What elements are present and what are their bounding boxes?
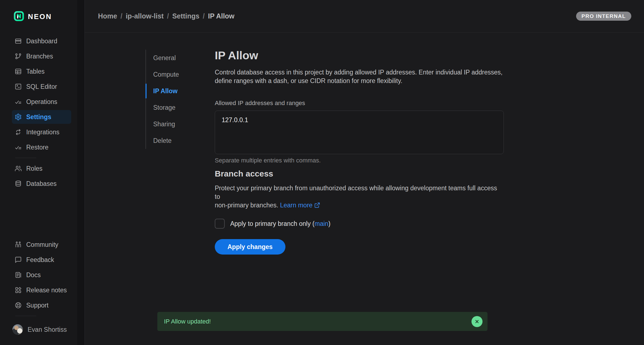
sidebar-item-branches[interactable]: Branches (12, 49, 71, 63)
neon-logo-icon (14, 11, 24, 22)
breadcrumb-settings[interactable]: Settings (172, 12, 200, 20)
sidebar-item-label: Databases (26, 180, 57, 188)
checklist-icon (15, 98, 22, 105)
user-name: Evan Shortiss (28, 326, 67, 333)
branch-access-title: Branch access (215, 169, 504, 178)
allowed-ips-label: Allowed IP addresses and ranges (215, 100, 504, 107)
breadcrumb-current: IP Allow (208, 12, 234, 20)
sidebar-nav: Dashboard Branches Tables SQL Editor Ope… (0, 34, 84, 192)
sidebar-item-support[interactable]: Support (12, 298, 71, 312)
sidebar-item-sql-editor[interactable]: SQL Editor (12, 80, 71, 93)
sidebar-item-label: Branches (26, 53, 53, 60)
breadcrumb-separator: / (167, 12, 169, 20)
apply-changes-button[interactable]: Apply changes (215, 239, 285, 255)
sidebar-item-label: Roles (26, 165, 43, 172)
breadcrumb-home[interactable]: Home (98, 12, 117, 20)
dashboard-icon (15, 38, 22, 45)
primary-branch-label[interactable]: Apply to primary branch only (main) (230, 220, 330, 228)
breadcrumb-project[interactable]: ip-allow-list (126, 12, 164, 20)
top-bar: Home / ip-allow-list / Settings / IP All… (85, 0, 644, 33)
checkbox-label-suffix: ) (328, 220, 330, 227)
sidebar-item-label: Docs (26, 271, 41, 279)
sidebar-item-community[interactable]: Community (12, 238, 71, 252)
table-icon (15, 68, 22, 75)
settings-tab-storage[interactable]: Storage (146, 99, 215, 116)
brand-logo[interactable]: NEON (0, 0, 84, 22)
avatar (12, 324, 23, 335)
sidebar-item-label: Community (26, 241, 58, 248)
allowed-ips-helper: Separate multiple entries with commas. (215, 157, 504, 164)
sidebar-item-release-notes[interactable]: Release notes (12, 283, 71, 297)
sidebar-item-settings[interactable]: Settings (12, 110, 71, 124)
primary-branch-checkbox[interactable] (215, 219, 225, 229)
sidebar-divider (15, 158, 36, 158)
community-icon (15, 241, 22, 248)
sidebar-item-tables[interactable]: Tables (12, 65, 71, 78)
branch-access-text: Protect your primary branch from unautho… (215, 184, 497, 209)
checkbox-label-prefix: Apply to primary branch only ( (230, 220, 315, 227)
sidebar-item-label: Restore (26, 144, 49, 151)
breadcrumb-separator: / (120, 12, 122, 20)
document-icon (15, 271, 22, 279)
sidebar-item-label: Integrations (26, 129, 59, 136)
breadcrumb-separator: / (203, 12, 205, 20)
settings-content: General Compute IP Allow Storage Sharing… (85, 33, 644, 345)
learn-more-link[interactable]: Learn more (280, 202, 313, 209)
sidebar-item-databases[interactable]: Databases (12, 177, 71, 191)
sidebar-footer: Community Feedback Docs Release notes Su… (0, 238, 84, 345)
brand-name: NEON (28, 12, 52, 21)
release-notes-icon (15, 287, 22, 294)
settings-tab-compute[interactable]: Compute (146, 66, 215, 83)
sidebar: NEON Dashboard Branches Tables SQL Edito… (0, 0, 85, 345)
sidebar-item-roles[interactable]: Roles (12, 162, 71, 175)
app-window: NEON Dashboard Branches Tables SQL Edito… (0, 0, 644, 345)
speech-bubble-icon (15, 256, 22, 263)
primary-branch-row: Apply to primary branch only (main) (215, 219, 504, 229)
sidebar-item-label: Dashboard (26, 38, 57, 45)
sidebar-item-label: Release notes (26, 287, 67, 294)
sidebar-item-label: Tables (26, 68, 44, 75)
pro-internal-badge: PRO INTERNAL (576, 12, 632, 21)
sidebar-item-feedback[interactable]: Feedback (12, 253, 71, 267)
settings-subnav: General Compute IP Allow Storage Sharing… (145, 33, 215, 345)
main-branch-link[interactable]: main (315, 220, 328, 227)
settings-tab-ip-allow[interactable]: IP Allow (146, 83, 215, 99)
restore-icon (15, 144, 22, 151)
sidebar-item-dashboard[interactable]: Dashboard (12, 34, 71, 48)
branch-access-description: Protect your primary branch from unautho… (215, 184, 504, 210)
settings-tab-delete[interactable]: Delete (146, 132, 215, 149)
integrations-icon (15, 129, 22, 136)
allowed-ips-input[interactable]: 127.0.0.1 (215, 111, 504, 154)
terminal-icon (15, 83, 22, 90)
sidebar-item-label: Settings (26, 113, 51, 121)
sidebar-item-operations[interactable]: Operations (12, 95, 71, 109)
sidebar-item-label: Support (26, 302, 49, 309)
sidebar-item-label: SQL Editor (26, 83, 57, 90)
sidebar-item-label: Operations (26, 98, 57, 106)
sidebar-item-docs[interactable]: Docs (12, 268, 71, 282)
user-menu[interactable]: Evan Shortiss (12, 323, 84, 336)
toast-close-button[interactable] (471, 316, 483, 327)
close-icon (475, 319, 479, 324)
gear-icon (15, 113, 22, 121)
life-buoy-icon (15, 302, 22, 309)
main-area: Home / ip-allow-list / Settings / IP All… (85, 0, 644, 345)
settings-tab-general[interactable]: General (146, 50, 215, 66)
toast-message: IP Allow updated! (164, 318, 211, 325)
page-title: IP Allow (215, 49, 504, 62)
users-icon (15, 165, 22, 172)
ip-allow-panel: IP Allow Control database access in this… (215, 33, 504, 345)
git-branch-icon (15, 53, 22, 60)
breadcrumb: Home / ip-allow-list / Settings / IP All… (98, 12, 234, 20)
page-description: Control database access in this project … (215, 68, 504, 85)
database-icon (15, 180, 22, 187)
sidebar-item-label: Feedback (26, 256, 54, 264)
toast-notification: IP Allow updated! (157, 312, 487, 331)
sidebar-item-integrations[interactable]: Integrations (12, 125, 71, 139)
sidebar-divider (15, 316, 36, 316)
sidebar-item-restore[interactable]: Restore (12, 140, 71, 154)
external-link-icon (314, 202, 320, 210)
settings-tab-sharing[interactable]: Sharing (146, 116, 215, 132)
